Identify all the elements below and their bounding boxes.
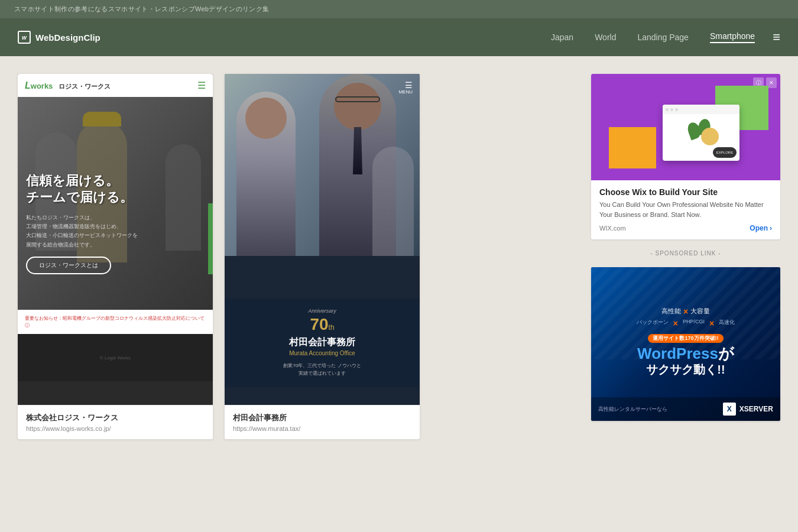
card1-desc: 私たちロジス・ワークスは、 工場管理・物流機器製造販売をはじめ、 大口輸送・小口… [26,213,205,249]
plant-gold-circle [701,128,719,145]
card1-menu-icon: ☰ [197,80,206,91]
wix-ad-image: ⓘ ✕ [591,74,780,180]
wix-dot-1 [666,108,669,111]
nav-japan[interactable]: Japan [551,33,573,42]
xserver-subtext: サクサク動く!! [598,362,773,378]
wix-dot-2 [670,108,673,111]
xserver-wordpress-name: WordPress [637,345,718,362]
card2-menu-label: MENU [398,89,413,95]
explore-badge: EXPLORE [713,147,737,158]
main-content: Lworks ロジス・ワークス ☰ [0,56,798,457]
company-en: Murata Accounting Office [233,350,411,356]
wix-advertisement[interactable]: ⓘ ✕ [591,74,780,239]
wix-ad-body: Choose Wix to Build Your Site You Can Bu… [591,180,780,239]
xserver-content: 高性能 × 大容量 バックボーン × PHP/CGI × 高速化 運用サイト数1… [591,300,780,389]
wix-ad-title: Choose Wix to Build Your Site [599,187,772,197]
anniv-desc1: 創業70年、三代で培った ノウハウと [233,362,411,370]
logo[interactable]: w WebDesignClip [18,31,100,44]
wix-browser-content: EXPLORE [663,114,739,147]
card1-accent-bar [208,203,213,274]
xserver-footer-text: 高性能レンタルサーバーなら [598,406,667,413]
card1-hero: 信頼を届ける。 チームで届ける。 私たちロジス・ワークスは、 工場管理・物流機器… [18,97,213,310]
wix-dot-3 [675,108,678,111]
wix-ad-description: You Can Build Your Own Professional Webs… [599,200,772,219]
company-jp: 村田会計事務所 [233,336,411,349]
card1-title: 株式会社ロジス・ワークス [26,413,205,423]
xserver-x-icon: X [723,403,736,416]
hamburger-icon[interactable]: ≡ [773,31,780,44]
xserver-wp-text: WordPressが [598,345,773,362]
card1-footer-area: © Logis Works [18,334,213,381]
card1-mock: Lworks ロジス・ワークス ☰ [18,74,213,405]
card-screenshot-2: ☰ MENU [225,74,420,405]
xserver-footer: 高性能レンタルサーバーなら X XSERVER [591,397,780,421]
card2-title: 村田会計事務所 [233,413,411,423]
sidebar: ⓘ ✕ [591,74,780,439]
xserver-cross1: × [683,307,688,316]
anniv-desc2: 実績で選ばれています [233,370,411,378]
logo-text: WebDesignClip [35,33,100,43]
nav-world[interactable]: World [595,33,616,42]
xserver-top-tags: バックボーン × PHP/CGI × 高速化 [598,319,773,328]
card-murata[interactable]: ☰ MENU [225,74,420,439]
xserver-wp-suffix: が [718,345,734,362]
anniversary-script: Anniversary [233,308,411,314]
card1-headline: 信頼を届ける。 チームで届ける。 [26,173,205,206]
card1-cta-button[interactable]: ロジス・ワークスとは [26,257,111,274]
card1-info: 株式会社ロジス・ワークス https://www.logis-works.co.… [18,405,213,439]
xserver-speedup: 高速化 [719,319,735,328]
announcement-bar: スマホサイト制作の参考になるスマホサイト・レスポンシブWebデザインのリンク集 [0,0,798,18]
xserver-large-cap: 大容量 [690,307,710,316]
card1-logo: Lworks ロジス・ワークス [25,80,111,91]
xserver-php: PHP/CGI [683,319,705,328]
wix-domain: WIX.com [599,225,626,232]
card2-mock: ☰ MENU [225,74,420,405]
xserver-logo: X XSERVER [723,403,773,416]
xserver-cross2: × [673,319,678,328]
card2-info: 村田会計事務所 https://www.murata.tax/ [225,405,420,439]
wix-browser-bar [663,105,739,114]
wix-ad-footer: WIX.com Open › [599,224,772,232]
xserver-advertisement[interactable]: 高性能 × 大容量 バックボーン × PHP/CGI × 高速化 運用サイト数1… [591,267,780,421]
card1-text-overlay: 信頼を届ける。 チームで届ける。 私たちロジス・ワークスは、 工場管理・物流機器… [26,173,205,274]
nav-landing-page[interactable]: Landing Page [637,33,688,42]
wix-chevron-icon: › [770,224,772,232]
card2-hero-image [225,74,420,256]
card-logis-works[interactable]: Lworks ロジス・ワークス ☰ [18,74,213,439]
announcement-text: スマホサイト制作の参考になるスマホサイト・レスポンシブWebデザインのリンク集 [14,5,269,12]
card2-header: ☰ MENU [398,81,413,95]
header: w WebDesignClip Japan World Landing Page… [0,18,798,56]
xserver-cross3: × [709,319,714,328]
wix-open-button[interactable]: Open › [750,224,772,232]
card2-url: https://www.murata.tax/ [233,425,411,432]
sponsored-label: - SPONSORED LINK - [591,248,780,259]
xserver-logo-text: XSERVER [739,405,773,413]
anniversary-number: 70th [233,316,411,333]
main-nav: Japan World Landing Page Smartphone [551,31,755,43]
cards-area: Lworks ロジス・ワークス ☰ [18,74,577,439]
card1-notice: 重要なお知らせ：昭和電機グループの新型コロナウィルス感染拡大防止対応について ⓘ [18,310,213,334]
xserver-high-perf: 高性能 [661,307,681,316]
xserver-backbone: バックボーン [637,319,669,328]
logo-icon: w [18,31,31,44]
wix-plant-graphic [686,119,716,142]
wix-browser-mockup: EXPLORE [663,105,739,161]
card2-anniversary-section: Anniversary 70th 村田会計事務所 Murata Accounti… [225,299,420,387]
xserver-top-row1: 高性能 × 大容量 [598,307,773,316]
wix-orange-block [609,127,656,168]
nav-smartphone[interactable]: Smartphone [710,31,755,43]
card1-header: Lworks ロジス・ワークス ☰ [18,74,213,97]
card1-url: https://www.logis-works.co.jp/ [26,425,205,432]
xserver-announcement: 運用サイト数170万件突破!! [648,334,723,343]
card-screenshot-1: Lworks ロジス・ワークス ☰ [18,74,213,405]
card2-hamburger: ☰ [398,81,413,89]
